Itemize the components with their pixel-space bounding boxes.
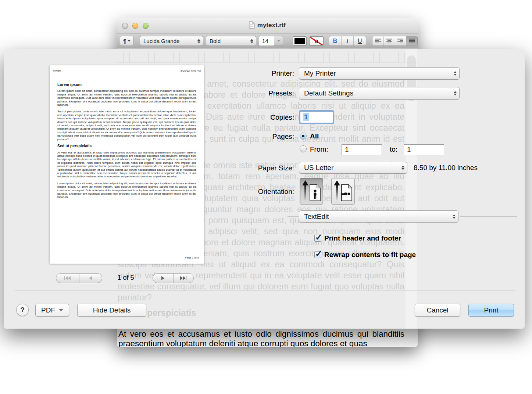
pages-all-label: All: [310, 132, 319, 140]
hide-details-button[interactable]: Hide Details: [77, 304, 146, 317]
title-bar[interactable]: mytext.rtf: [117, 18, 418, 34]
preview-header-right: 8/20/12 4:46 PM: [181, 69, 201, 72]
next-page-button[interactable]: [153, 274, 174, 283]
align-left-icon: [375, 39, 381, 43]
text-color-well[interactable]: [293, 36, 307, 46]
print-label: Print: [484, 306, 498, 314]
print-button[interactable]: Print: [468, 304, 514, 317]
portrait-orientation-icon: [301, 180, 322, 203]
preview-paragraph: Lorem ipsum dolor sit amet, consectetur …: [57, 182, 196, 199]
landscape-orientation-icon: [333, 180, 353, 203]
font-size-control: 14: [259, 36, 283, 46]
italic-button[interactable]: I: [342, 36, 354, 46]
stepper-icon: [454, 91, 457, 95]
font-size-input[interactable]: 14: [259, 36, 274, 46]
font-style-select[interactable]: Bold: [206, 36, 256, 46]
stepper-icon: [401, 166, 404, 170]
preview-header-left: mytext: [53, 69, 61, 72]
stepper-icon: [454, 71, 457, 76]
bold-label: B: [333, 38, 338, 44]
help-button[interactable]: ?: [16, 304, 29, 316]
alignment-segmented-control: [372, 36, 418, 46]
paper-size-select[interactable]: US Letter: [299, 162, 407, 174]
printer-select[interactable]: My Printer: [299, 67, 460, 80]
underline-button[interactable]: U: [354, 36, 366, 46]
checkmark-icon: ✓: [315, 232, 322, 242]
screen: mytext.rtf ¶ Lucida Grande Bold 14: [0, 0, 532, 394]
pages-all-radio[interactable]: [300, 133, 307, 140]
page-nav-forward-group: [153, 273, 194, 283]
orientation-landscape-button[interactable]: [331, 178, 355, 205]
previous-page-button[interactable]: [79, 274, 102, 283]
paragraph-styles-label: ¶: [123, 38, 126, 44]
print-preview-page: mytext 8/20/12 4:46 PM Lorem ipsum Lorem…: [50, 65, 204, 264]
cancel-label: Cancel: [426, 306, 448, 314]
footer-divider: [15, 290, 515, 290]
cancel-button[interactable]: Cancel: [415, 304, 460, 317]
print-header-footer-checkbox[interactable]: ✓: [314, 235, 321, 242]
preview-heading-1: Lorem ipsum: [57, 83, 196, 86]
preview-body: Lorem ipsum Lorem ipsum dolor sit amet, …: [57, 83, 196, 202]
chevron-down-icon: [277, 40, 280, 42]
previous-icon: [88, 276, 93, 280]
document-icon: [249, 21, 255, 30]
pages-from-value: 1: [345, 146, 349, 154]
align-right-icon: [397, 39, 404, 43]
skip-to-start-icon: [64, 276, 71, 280]
rewrap-contents-label: Rewrap contents to fit page: [324, 251, 416, 259]
rewrap-contents-checkbox[interactable]: ✓: [314, 251, 321, 258]
preview-footer: Page 1 of 5: [185, 256, 199, 259]
bold-button[interactable]: B: [329, 36, 342, 46]
align-center-button[interactable]: [384, 36, 395, 46]
pages-to-label: to:: [390, 145, 397, 153]
pages-from-input[interactable]: 1: [342, 144, 382, 155]
preview-paragraph: Lorem ipsum dolor sit amet, consectetur …: [57, 89, 196, 106]
paragraph-styles-button[interactable]: ¶: [120, 36, 134, 46]
section-divider-right: [460, 216, 517, 217]
first-page-button[interactable]: [56, 274, 79, 283]
align-right-button[interactable]: [395, 36, 407, 46]
align-justify-button[interactable]: [406, 36, 417, 46]
ghost-heading: Sed ut perspiciatis: [118, 307, 404, 318]
biu-segmented-control: B I U: [329, 36, 366, 46]
stepper-icon: [250, 39, 253, 43]
question-mark-icon: ?: [20, 306, 25, 314]
page-nav-back-group: [56, 273, 102, 283]
font-family-select[interactable]: Lucida Grande: [140, 36, 203, 46]
align-center-icon: [386, 39, 393, 43]
app-options-select[interactable]: TextEdit: [299, 210, 458, 223]
page-indicator: 1 of 5: [104, 274, 148, 282]
pages-to-input[interactable]: 1: [404, 144, 444, 155]
format-toolbar: ¶ Lucida Grande Bold 14: [117, 34, 418, 48]
document-text-area[interactable]: At vero eos et accusamus et iusto odio d…: [117, 329, 418, 347]
italic-label: I: [346, 38, 348, 44]
align-left-button[interactable]: [372, 36, 384, 46]
presets-select[interactable]: Default Settings: [299, 87, 460, 100]
last-page-button[interactable]: [174, 274, 194, 283]
background-color-well[interactable]: a: [310, 36, 324, 46]
ghost-ruler: [117, 53, 418, 63]
orientation-portrait-button[interactable]: [300, 178, 323, 205]
window-title: mytext.rtf: [257, 22, 286, 29]
pdf-button[interactable]: PDF: [35, 304, 69, 317]
pdf-button-label: PDF: [41, 306, 55, 314]
black-color-swatch: [294, 38, 305, 44]
underline-label: U: [358, 38, 362, 44]
font-size-dropdown[interactable]: [274, 36, 283, 46]
copies-input[interactable]: 1: [300, 111, 333, 123]
checkmark-icon: ✓: [315, 249, 322, 259]
app-options-value: TextEdit: [304, 213, 329, 221]
presets-value: Default Settings: [304, 89, 353, 97]
hide-details-label: Hide Details: [93, 306, 131, 314]
paper-size-dimensions: 8.50 by 11.00 inches: [414, 164, 478, 172]
print-dialog: Lorem ipsum dolor sit amet, consectetur …: [4, 49, 525, 329]
skip-to-end-icon: [180, 276, 186, 280]
paper-size-value: US Letter: [304, 164, 333, 172]
pages-from-radio[interactable]: [300, 145, 307, 152]
pages-to-value: 1: [407, 146, 411, 154]
document-visible-text: At vero eos et accusamus et iusto odio d…: [118, 329, 404, 347]
preview-paragraph: Sed ut perspiciatis unde omnis iste natu…: [57, 110, 196, 141]
stepper-icon: [453, 214, 456, 219]
pages-from-label: From:: [310, 145, 328, 153]
font-style-value: Bold: [210, 38, 221, 44]
